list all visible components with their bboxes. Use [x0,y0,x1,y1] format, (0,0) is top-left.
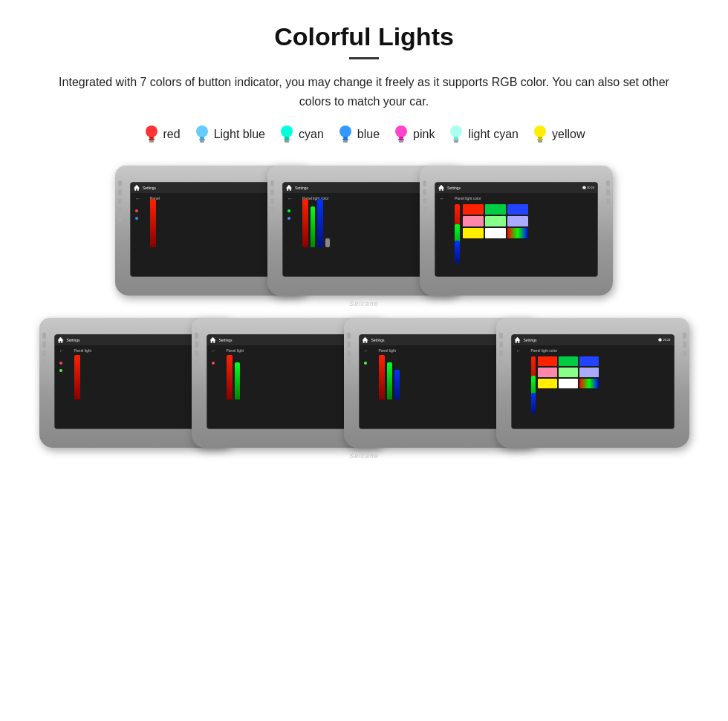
page-container: Colorful Lights Integrated with 7 colors… [0,0,728,470]
side-btn[interactable] [195,359,198,365]
svg-point-8 [281,125,293,137]
color-item-pink: pink [393,124,435,145]
side-btn[interactable] [423,198,426,204]
screen-content-3: Settings 🕐 20:24 ← Panel light color [435,183,597,276]
main-7: Panel light color [531,348,669,425]
side-btn[interactable] [270,207,274,213]
side-btn[interactable] [347,342,351,348]
side-btn[interactable] [118,198,122,204]
svg-rect-11 [285,140,289,143]
side-btn[interactable] [42,342,46,348]
side-btn[interactable] [118,216,122,222]
svg-rect-7 [200,140,204,143]
color-item-red: red [143,124,181,145]
blue-bar [317,199,323,247]
blue-bar-v [455,241,460,263]
side-btn[interactable] [606,189,610,195]
red-bar [379,355,385,399]
color-grid-area-2 [538,356,599,414]
side-btn[interactable] [118,207,122,213]
side-btn[interactable] [270,198,274,204]
screen-7: Settings 🕐 20:24 ← Panel light color [511,334,675,429]
indicator [59,362,62,365]
back-arrow: ← [212,348,222,353]
side-btn[interactable] [195,350,198,356]
cell-pink [463,216,484,226]
color-item-yellow: yellow [532,124,585,145]
side-btn[interactable] [42,333,46,339]
side-btn[interactable] [423,180,426,186]
cell-light-green [485,216,506,226]
bars-and-grid [455,204,593,263]
home-icon [58,337,64,343]
svg-rect-18 [398,139,404,140]
bulb-icon-cyan [279,124,295,145]
left-panel-7: ← [516,348,527,425]
side-btn[interactable] [42,359,46,365]
side-btn[interactable] [606,198,610,204]
bulb-icon-pink [393,124,409,145]
home-icon [134,185,140,191]
left-panel-6: ← [364,348,374,425]
svg-rect-17 [399,137,403,139]
green-bar [387,362,392,399]
side-btn[interactable] [499,342,503,348]
panel-label: Panel light color [455,196,593,200]
home-icon [438,185,444,191]
side-btn[interactable] [347,333,351,339]
grid-row-3 [538,379,599,388]
svg-rect-22 [453,139,459,140]
bulb-icon-yellow [532,124,548,145]
side-btn[interactable] [423,189,426,195]
side-btn[interactable] [423,207,426,213]
grid-row-3 [463,228,528,238]
red-bar [74,355,80,399]
topbar-icons: 🕐 20:24 [582,186,594,189]
side-btn[interactable] [606,180,610,186]
color-grid-area [463,204,528,263]
grid-row-1 [463,204,528,215]
svg-rect-27 [538,140,542,143]
home-icon [363,337,368,343]
side-btn[interactable] [499,359,503,365]
bulb-icon-red [143,124,160,145]
svg-rect-19 [399,140,403,143]
green-bar [235,362,240,399]
panel-label: Panel light color [531,348,669,353]
settings-label: Settings [371,338,385,342]
cell-rainbow [507,228,528,238]
svg-rect-13 [343,137,348,139]
side-btn[interactable] [270,189,274,195]
side-buttons-left-5 [195,333,198,365]
bars-and-grid-2 [531,356,669,414]
red-bar [302,199,308,247]
side-btn[interactable] [499,333,503,339]
side-btn[interactable] [499,350,503,356]
indicator [59,369,62,372]
svg-point-20 [450,125,462,137]
side-btn[interactable] [195,333,198,339]
side-btn[interactable] [118,189,122,195]
side-btn[interactable] [347,350,351,356]
svg-rect-9 [285,137,289,139]
side-btn[interactable] [42,350,46,356]
side-btn[interactable] [347,359,351,365]
color-indicator-row: red Light blue cyan [30,124,698,145]
svg-rect-2 [149,139,155,140]
side-btn[interactable] [195,342,198,348]
side-btn[interactable] [683,333,686,339]
cell-blue [507,204,528,215]
green-indicator [287,209,290,212]
side-btn[interactable] [270,180,274,186]
side-btn[interactable] [118,180,122,186]
settings-label: Settings [524,338,537,342]
device-unit-7: Settings 🕐 20:24 ← Panel light color [496,318,689,448]
side-btn[interactable] [683,350,686,356]
left-panel-2: ← [287,196,298,273]
svg-point-4 [196,125,208,137]
clock-icon: 🕐 20:24 [582,186,594,189]
description: Integrated with 7 colors of button indic… [45,73,683,111]
green-bar [311,206,315,247]
side-btn[interactable] [683,342,686,348]
cell-light-green [559,368,578,377]
